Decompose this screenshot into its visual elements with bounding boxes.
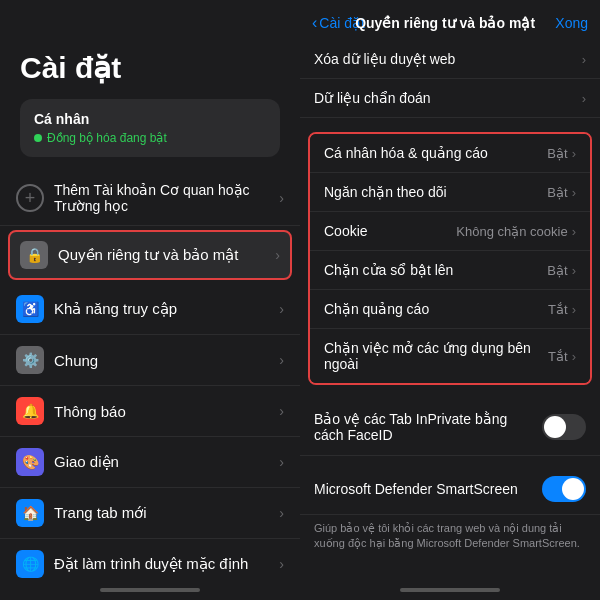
external-app-value: Tắt [548,349,568,364]
tracking-label: Ngăn chặn theo dõi [324,184,547,200]
privacy-icon: 🔒 [20,241,48,269]
tracking-chevron: › [572,185,576,200]
left-menu: + Thêm Tài khoản Cơ quan hoặc Trường học… [0,171,300,580]
cookie-value: Không chặn cookie [456,224,567,239]
cookie-item[interactable]: Cookie Không chặn cookie › [310,212,590,251]
menu-item-general[interactable]: ⚙️ Chung › [0,335,300,386]
popup-block-item[interactable]: Chặn cửa sổ bật lên Bật › [310,251,590,290]
diagnostic-label: Dữ liệu chẩn đoán [314,90,582,106]
appearance-label: Giao diện [54,453,279,471]
menu-item-privacy[interactable]: 🔒 Quyền riêng tư và bảo mật › [8,230,292,280]
left-bottom-bar [0,580,300,600]
personalization-chevron: › [572,146,576,161]
personalization-item[interactable]: Cá nhân hóa & quảng cáo Bật › [310,134,590,173]
sync-dot [34,134,42,142]
menu-item-notifications[interactable]: 🔔 Thông báo › [0,386,300,437]
newtab-icon: 🏠 [16,499,44,527]
notifications-icon: 🔔 [16,397,44,425]
right-home-indicator [400,588,500,592]
ad-block-chevron: › [572,302,576,317]
menu-item-appearance[interactable]: 🎨 Giao diện › [0,437,300,488]
spacer-3 [300,456,600,464]
menu-item-default-browser[interactable]: 🌐 Đặt làm trình duyệt mặc định › [0,539,300,580]
faceid-label: Bảo vệ các Tab InPrivate bằng cách FaceI… [314,411,542,443]
clear-browsing-label: Xóa dữ liệu duyệt web [314,51,582,67]
right-title: Quyền riêng tư và bảo mật [335,15,555,31]
privacy-label: Quyền riêng tư và bảo mật [58,246,275,264]
notifications-chevron: › [279,403,284,419]
tracking-prevention-item[interactable]: Ngăn chặn theo dõi Bật › [310,173,590,212]
popup-block-value: Bật [547,263,567,278]
personalization-label: Cá nhân hóa & quảng cáo [324,145,547,161]
privacy-chevron: › [275,247,280,263]
add-account-text: Thêm Tài khoản Cơ quan hoặc Trường học [54,182,279,214]
back-chevron-icon: ‹ [312,14,317,32]
general-label: Chung [54,352,279,369]
default-browser-chevron: › [279,556,284,572]
defender-label: Microsoft Defender SmartScreen [314,481,542,497]
diagnostic-data-item[interactable]: Dữ liệu chẩn đoán › [300,79,600,118]
home-indicator [100,588,200,592]
sync-status: Đồng bộ hóa đang bật [34,131,266,145]
notifications-label: Thông báo [54,403,279,420]
diagnostic-chevron: › [582,91,586,106]
external-app-label: Chặn việc mở các ứng dụng bên ngoài [324,340,548,372]
faceid-toggle-knob [544,416,566,438]
default-browser-label: Đặt làm trình duyệt mặc định [54,555,279,573]
clear-browsing-data-item[interactable]: Xóa dữ liệu duyệt web › [300,40,600,79]
sync-card[interactable]: Cá nhân Đồng bộ hóa đang bật [20,99,280,157]
suggest-toggle-row[interactable]: Hiển thị cho tôi đề xuất trang và tìm ki… [300,568,600,580]
ad-block-item[interactable]: Chặn quảng cáo Tắt › [310,290,590,329]
accessibility-label: Khả năng truy cập [54,300,279,318]
cookie-chevron: › [572,224,576,239]
right-content: Xóa dữ liệu duyệt web › Dữ liệu chẩn đoá… [300,40,600,580]
general-chevron: › [279,352,284,368]
ad-block-label: Chặn quảng cáo [324,301,548,317]
appearance-chevron: › [279,454,284,470]
tracking-value: Bật [547,185,567,200]
newtab-chevron: › [279,505,284,521]
clear-browsing-chevron: › [582,52,586,67]
default-browser-icon: 🌐 [16,550,44,578]
right-panel: ‹ Cài đặt Quyền riêng tư và bảo mật Xong… [300,0,600,600]
ad-block-value: Tắt [548,302,568,317]
external-app-block-item[interactable]: Chặn việc mở các ứng dụng bên ngoài Tắt … [310,329,590,383]
appearance-icon: 🎨 [16,448,44,476]
right-bottom-bar [300,580,600,600]
defender-toggle-row[interactable]: Microsoft Defender SmartScreen [300,464,600,515]
accessibility-icon: ♿ [16,295,44,323]
cookie-label: Cookie [324,223,456,239]
faceid-toggle-row[interactable]: Bảo vệ các Tab InPrivate bằng cách FaceI… [300,399,600,456]
external-app-chevron: › [572,349,576,364]
left-panel: Cài đặt Cá nhân Đồng bộ hóa đang bật + T… [0,0,300,600]
defender-toggle-knob [562,478,584,500]
personalization-value: Bật [547,146,567,161]
add-icon: + [16,184,44,212]
accessibility-chevron: › [279,301,284,317]
highlighted-settings-group: Cá nhân hóa & quảng cáo Bật › Ngăn chặn … [308,132,592,385]
spacer-1 [300,118,600,126]
spacer-2 [300,391,600,399]
spacer-4 [300,560,600,568]
sync-title: Cá nhân [34,111,266,127]
defender-toggle[interactable] [542,476,586,502]
right-header: ‹ Cài đặt Quyền riêng tư và bảo mật Xong [300,0,600,40]
left-header: Cài đặt Cá nhân Đồng bộ hóa đang bật [0,0,300,171]
add-account-chevron: › [279,190,284,206]
general-icon: ⚙️ [16,346,44,374]
close-button[interactable]: Xong [555,15,588,31]
menu-item-accessibility[interactable]: ♿ Khả năng truy cập › [0,284,300,335]
page-title: Cài đặt [20,50,280,85]
newtab-label: Trang tab mới [54,504,279,522]
add-account-item[interactable]: + Thêm Tài khoản Cơ quan hoặc Trường học… [0,171,300,226]
defender-description: Giúp bảo vệ tôi khỏi các trang web và nộ… [300,515,600,560]
menu-item-newtab[interactable]: 🏠 Trang tab mới › [0,488,300,539]
popup-block-label: Chặn cửa sổ bật lên [324,262,547,278]
faceid-toggle[interactable] [542,414,586,440]
sync-text: Đồng bộ hóa đang bật [47,131,167,145]
popup-block-chevron: › [572,263,576,278]
